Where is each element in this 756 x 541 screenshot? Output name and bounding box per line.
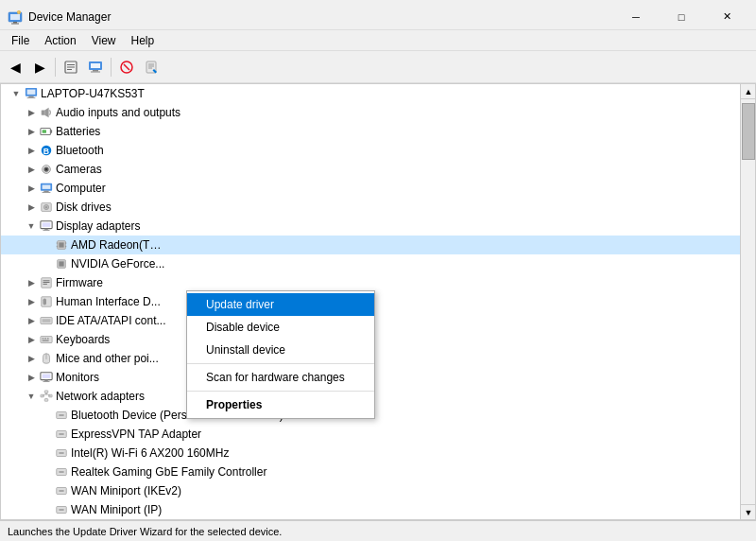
tree-root[interactable]: ▼ LAPTOP-U47KS53T bbox=[1, 84, 755, 103]
monitor-icon bbox=[39, 370, 54, 385]
back-button[interactable]: ◀ bbox=[4, 56, 26, 79]
tree-nvidia[interactable]: ▶ NVIDIA GeForce... bbox=[1, 254, 755, 273]
ctx-uninstall-device[interactable]: Uninstall device bbox=[187, 339, 374, 361]
expand-keyboards[interactable]: ▶ bbox=[24, 332, 39, 347]
tree-computer[interactable]: ▶ Computer bbox=[1, 179, 755, 198]
ide-icon bbox=[39, 313, 54, 328]
tree-disk[interactable]: ▶ Disk drives bbox=[1, 198, 755, 217]
mouse-icon bbox=[39, 351, 54, 366]
cameras-label: Cameras bbox=[56, 163, 755, 176]
tree-wan-ip[interactable]: ▶ WAN Miniport (IP) bbox=[1, 500, 755, 519]
expand-firmware[interactable]: ▶ bbox=[24, 275, 39, 290]
svg-point-34 bbox=[45, 168, 48, 171]
svg-rect-25 bbox=[42, 110, 45, 114]
expand-root[interactable]: ▼ bbox=[9, 86, 24, 101]
svg-rect-22 bbox=[27, 90, 36, 95]
expand-batteries[interactable]: ▶ bbox=[24, 124, 39, 139]
menu-view[interactable]: View bbox=[84, 32, 124, 49]
expand-cameras[interactable]: ▶ bbox=[24, 162, 39, 177]
scroll-down-button[interactable]: ▼ bbox=[741, 504, 756, 519]
ctx-disable-device[interactable]: Disable device bbox=[187, 316, 374, 339]
tree-intel-wifi[interactable]: ▶ Intel(R) Wi-Fi 6 AX200 160MHz bbox=[1, 444, 755, 462]
toolbar-btn-action1[interactable] bbox=[115, 56, 138, 79]
tree-monitors[interactable]: ▶ Monitors bbox=[1, 368, 755, 387]
expand-bluetooth[interactable]: ▶ bbox=[24, 143, 39, 158]
tree-batteries[interactable]: ▶ Batteries bbox=[1, 122, 755, 141]
svg-rect-13 bbox=[91, 71, 100, 72]
svg-rect-28 bbox=[50, 130, 52, 133]
svg-rect-7 bbox=[67, 64, 75, 65]
expand-display[interactable]: ▼ bbox=[24, 218, 39, 234]
forward-button[interactable]: ▶ bbox=[28, 56, 51, 79]
wan-ip-label: WAN Miniport (IP) bbox=[71, 503, 755, 516]
menu-help[interactable]: Help bbox=[124, 32, 163, 49]
tree-wan-ipv6[interactable]: ▶ WAN Miniport (IPv6) bbox=[1, 519, 755, 520]
svg-marker-26 bbox=[44, 108, 48, 118]
tree-keyboards[interactable]: ▶ Keyboards bbox=[1, 330, 755, 349]
svg-rect-69 bbox=[43, 375, 51, 378]
maximize-button[interactable]: □ bbox=[660, 8, 703, 26]
ide-label: IDE ATA/ATAPI cont... bbox=[56, 314, 755, 327]
monitors-label: Monitors bbox=[56, 371, 755, 384]
tree-audio[interactable]: ▶ Audio inputs and outputs bbox=[1, 103, 755, 122]
tree-bluetooth-device[interactable]: ▶ Bluetooth Device (Personal Area Networ… bbox=[1, 406, 755, 425]
computer-icon-button[interactable] bbox=[84, 56, 107, 79]
status-text: Launches the Update Driver Wizard for th… bbox=[8, 526, 282, 537]
menu-action[interactable]: Action bbox=[37, 32, 83, 49]
expand-monitors[interactable]: ▶ bbox=[24, 370, 39, 385]
toolbar-btn-action2[interactable] bbox=[140, 56, 163, 79]
intel-wifi-label: Intel(R) Wi-Fi 6 AX200 160MHz bbox=[71, 446, 755, 460]
audio-icon bbox=[39, 105, 54, 120]
tree-hid[interactable]: ▶ Human Interface D... bbox=[1, 292, 755, 311]
svg-rect-48 bbox=[57, 242, 58, 243]
tree-mice[interactable]: ▶ Mice and other poi... bbox=[1, 349, 755, 368]
bluetooth-icon: B bbox=[39, 143, 54, 158]
expand-disk[interactable]: ▶ bbox=[24, 200, 39, 215]
tree-cameras[interactable]: ▶ Cameras bbox=[1, 160, 755, 179]
tree-realtek[interactable]: ▶ Realtek Gaming GbE Family Controller bbox=[1, 462, 755, 481]
svg-rect-24 bbox=[27, 97, 36, 98]
tree-amd[interactable]: ▶ AMD Radeon(TM) Graphics bbox=[1, 236, 755, 254]
expand-network[interactable]: ▼ bbox=[24, 389, 39, 404]
wan-ikev2-label: WAN Miniport (IKEv2) bbox=[71, 484, 755, 497]
expand-mice[interactable]: ▶ bbox=[24, 351, 39, 366]
menu-file[interactable]: File bbox=[4, 32, 37, 49]
netcard-icon-2 bbox=[54, 427, 69, 442]
tree-network[interactable]: ▼ Network adapters bbox=[1, 387, 755, 406]
tree-firmware[interactable]: ▶ Firmware bbox=[1, 273, 755, 292]
computer-icon bbox=[24, 86, 39, 101]
svg-rect-45 bbox=[43, 230, 50, 231]
tree-expressvpn[interactable]: ▶ ExpressVPN TAP Adapter bbox=[1, 425, 755, 444]
tree-wan-ikev2[interactable]: ▶ WAN Miniport (IKEv2) bbox=[1, 481, 755, 500]
expand-ide[interactable]: ▶ bbox=[24, 313, 39, 328]
expand-computer[interactable]: ▶ bbox=[24, 181, 39, 196]
keyboards-label: Keyboards bbox=[56, 333, 755, 346]
scroll-track[interactable] bbox=[741, 99, 755, 504]
ctx-update-driver[interactable]: Update driver bbox=[187, 293, 374, 316]
close-button[interactable]: ✕ bbox=[705, 8, 748, 26]
svg-point-41 bbox=[45, 206, 47, 208]
show-properties-button[interactable] bbox=[60, 56, 82, 79]
scroll-thumb[interactable] bbox=[742, 103, 755, 160]
expressvpn-label: ExpressVPN TAP Adapter bbox=[71, 428, 755, 441]
tree-display[interactable]: ▼ Display adapters bbox=[1, 217, 755, 236]
ctx-scan-hardware[interactable]: Scan for hardware changes bbox=[187, 366, 374, 389]
tree-ide[interactable]: ▶ IDE ATA/ATAPI cont... bbox=[1, 311, 755, 330]
svg-rect-63 bbox=[43, 338, 44, 339]
expand-audio[interactable]: ▶ bbox=[24, 105, 39, 120]
scrollbar[interactable]: ▲ ▼ bbox=[740, 84, 755, 519]
disk-label: Disk drives bbox=[56, 201, 755, 214]
camera-icon bbox=[39, 162, 54, 177]
svg-rect-3 bbox=[11, 23, 19, 24]
expand-hid[interactable]: ▶ bbox=[24, 294, 39, 309]
tree-bluetooth[interactable]: ▶ B Bluetooth bbox=[1, 141, 755, 160]
minimize-button[interactable]: ─ bbox=[614, 8, 658, 26]
bluetooth-device-label: Bluetooth Device (Personal Area Network) bbox=[71, 409, 755, 422]
netcard-icon-4 bbox=[54, 464, 69, 480]
computer-label: Computer bbox=[56, 182, 755, 195]
svg-rect-75 bbox=[44, 399, 48, 402]
device-tree[interactable]: ▼ LAPTOP-U47KS53T ▶ Audio bbox=[0, 83, 756, 520]
ctx-properties[interactable]: Properties bbox=[187, 393, 374, 416]
scroll-up-button[interactable]: ▲ bbox=[741, 84, 756, 99]
bluetooth-label: Bluetooth bbox=[56, 144, 755, 157]
